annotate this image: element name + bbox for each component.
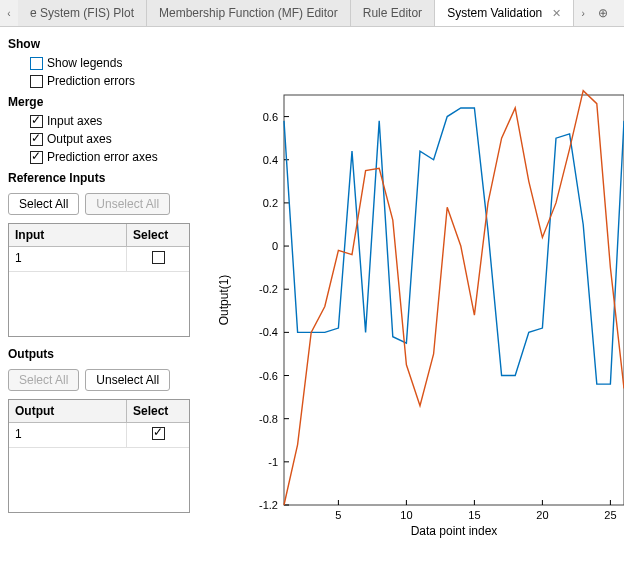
svg-text:-0.6: -0.6 bbox=[259, 370, 278, 382]
select-col-header: Select bbox=[127, 400, 189, 422]
checkbox-label: Prediction errors bbox=[47, 74, 135, 88]
checkbox-label: Input axes bbox=[47, 114, 102, 128]
checkbox-label: Output axes bbox=[47, 132, 112, 146]
select-col-header: Select bbox=[127, 224, 189, 246]
sidebar: Show Show legends Prediction errors Merg… bbox=[0, 27, 214, 579]
tab-fis-plot[interactable]: e System (FIS) Plot bbox=[18, 0, 147, 26]
svg-text:5: 5 bbox=[335, 509, 341, 521]
svg-text:0.4: 0.4 bbox=[263, 154, 278, 166]
checkbox-input-axes[interactable] bbox=[30, 115, 43, 128]
tab-label: System Validation bbox=[447, 6, 542, 20]
checkbox-prediction-errors[interactable] bbox=[30, 75, 43, 88]
output-cell: 1 bbox=[9, 423, 127, 447]
checkbox-pred-error-axes-row: Prediction error axes bbox=[8, 150, 208, 164]
svg-text:0.6: 0.6 bbox=[263, 111, 278, 123]
outputs-button-row: Select All Unselect All bbox=[8, 369, 208, 391]
checkbox-show-legends-row: Show legends bbox=[8, 56, 208, 70]
svg-text:Data point index: Data point index bbox=[411, 524, 498, 538]
tab-system-validation[interactable]: System Validation ✕ bbox=[435, 0, 574, 26]
checkbox-prediction-errors-row: Prediction errors bbox=[8, 74, 208, 88]
show-heading: Show bbox=[8, 37, 208, 51]
tab-label: Rule Editor bbox=[363, 6, 422, 20]
output-table: Output Select 1 bbox=[8, 399, 190, 513]
unselect-all-button: Unselect All bbox=[85, 193, 170, 215]
tab-scroll-left[interactable]: ‹ bbox=[0, 0, 18, 26]
svg-text:10: 10 bbox=[400, 509, 412, 521]
tab-label: e System (FIS) Plot bbox=[30, 6, 134, 20]
tab-scroll-right[interactable]: › bbox=[574, 0, 592, 26]
unselect-all-button[interactable]: Unselect All bbox=[85, 369, 170, 391]
tab-rule-editor[interactable]: Rule Editor bbox=[351, 0, 435, 26]
checkbox-show-legends[interactable] bbox=[30, 57, 43, 70]
table-row: 1 bbox=[9, 247, 189, 272]
tab-add-button[interactable]: ⊕ bbox=[592, 0, 614, 26]
svg-text:15: 15 bbox=[468, 509, 480, 521]
reference-inputs-heading: Reference Inputs bbox=[8, 171, 208, 185]
svg-text:Output(1): Output(1) bbox=[217, 275, 231, 326]
checkbox-label: Show legends bbox=[47, 56, 122, 70]
tab-label: Membership Function (MF) Editor bbox=[159, 6, 338, 20]
svg-text:20: 20 bbox=[536, 509, 548, 521]
outputs-heading: Outputs bbox=[8, 347, 208, 361]
input-cell: 1 bbox=[9, 247, 127, 271]
svg-text:-0.8: -0.8 bbox=[259, 413, 278, 425]
chart-area: -1.2-1-0.8-0.6-0.4-0.200.20.40.651015202… bbox=[214, 27, 624, 579]
svg-text:0: 0 bbox=[272, 240, 278, 252]
select-all-button[interactable]: Select All bbox=[8, 193, 79, 215]
output-line-chart: -1.2-1-0.8-0.6-0.4-0.200.20.40.651015202… bbox=[214, 85, 624, 565]
close-icon[interactable]: ✕ bbox=[552, 7, 561, 20]
input-row-checkbox[interactable] bbox=[152, 251, 165, 264]
checkbox-input-axes-row: Input axes bbox=[8, 114, 208, 128]
main-area: Show Show legends Prediction errors Merg… bbox=[0, 27, 624, 579]
svg-text:-1: -1 bbox=[268, 456, 278, 468]
checkbox-output-axes-row: Output axes bbox=[8, 132, 208, 146]
input-col-header: Input bbox=[9, 224, 127, 246]
checkbox-pred-error-axes[interactable] bbox=[30, 151, 43, 164]
svg-text:25: 25 bbox=[604, 509, 616, 521]
output-row-checkbox[interactable] bbox=[152, 427, 165, 440]
svg-text:-0.4: -0.4 bbox=[259, 326, 278, 338]
select-all-button: Select All bbox=[8, 369, 79, 391]
checkbox-output-axes[interactable] bbox=[30, 133, 43, 146]
svg-text:-0.2: -0.2 bbox=[259, 283, 278, 295]
svg-text:0.2: 0.2 bbox=[263, 197, 278, 209]
checkbox-label: Prediction error axes bbox=[47, 150, 158, 164]
table-row: 1 bbox=[9, 423, 189, 448]
svg-text:-1.2: -1.2 bbox=[259, 499, 278, 511]
ref-inputs-button-row: Select All Unselect All bbox=[8, 193, 208, 215]
input-table: Input Select 1 bbox=[8, 223, 190, 337]
output-col-header: Output bbox=[9, 400, 127, 422]
merge-heading: Merge bbox=[8, 95, 208, 109]
tab-mf-editor[interactable]: Membership Function (MF) Editor bbox=[147, 0, 351, 26]
tab-strip: ‹ e System (FIS) Plot Membership Functio… bbox=[0, 0, 624, 27]
